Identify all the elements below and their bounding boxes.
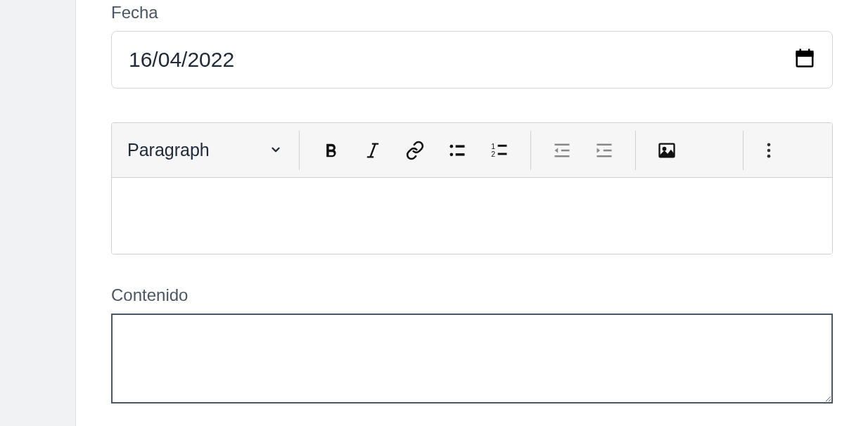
svg-point-22 (663, 147, 666, 150)
svg-point-25 (767, 154, 771, 157)
bullet-list-button[interactable] (439, 132, 476, 169)
date-value: 16/04/2022 (129, 48, 234, 72)
svg-point-8 (450, 153, 454, 156)
editor-toolbar: Paragraph (112, 123, 832, 178)
bold-button[interactable] (312, 132, 349, 169)
svg-rect-9 (456, 145, 465, 148)
left-sidebar-margin (0, 0, 76, 426)
date-field-group: Fecha 16/04/2022 (111, 0, 833, 89)
date-label: Fecha (111, 3, 833, 22)
contenido-textarea[interactable] (111, 314, 833, 404)
svg-point-7 (450, 144, 454, 148)
date-input[interactable]: 16/04/2022 (111, 31, 833, 89)
svg-text:2: 2 (491, 150, 495, 158)
svg-text:1: 1 (491, 141, 495, 150)
editor-content-area[interactable] (112, 178, 832, 254)
image-button[interactable] (649, 132, 685, 169)
svg-rect-14 (498, 153, 507, 155)
svg-rect-1 (797, 51, 813, 56)
form-panel: Fecha 16/04/2022 Paragrap (76, 0, 868, 426)
svg-line-6 (371, 143, 376, 157)
svg-point-23 (767, 143, 771, 146)
rich-editor-group: Paragraph (111, 122, 833, 254)
svg-point-24 (767, 148, 771, 152)
outdent-button[interactable] (544, 132, 580, 169)
toolbar-divider (530, 131, 531, 170)
toolbar-divider (743, 131, 743, 170)
toolbar-divider (299, 131, 300, 170)
paragraph-style-dropdown[interactable]: Paragraph (120, 133, 295, 167)
more-options-button[interactable] (751, 132, 787, 169)
contenido-label: Contenido (111, 285, 833, 305)
indent-button[interactable] (586, 132, 623, 169)
rich-text-editor: Paragraph (111, 122, 833, 254)
style-dropdown-label: Paragraph (127, 140, 210, 160)
contenido-field-group: Contenido (111, 285, 833, 406)
calendar-icon[interactable] (794, 47, 815, 73)
link-button[interactable] (397, 132, 433, 169)
numbered-list-button[interactable]: 1 2 (481, 132, 518, 169)
svg-rect-10 (456, 153, 465, 156)
chevron-down-icon (269, 140, 282, 160)
svg-rect-13 (498, 144, 507, 146)
toolbar-divider (635, 131, 636, 170)
italic-button[interactable] (355, 132, 391, 169)
